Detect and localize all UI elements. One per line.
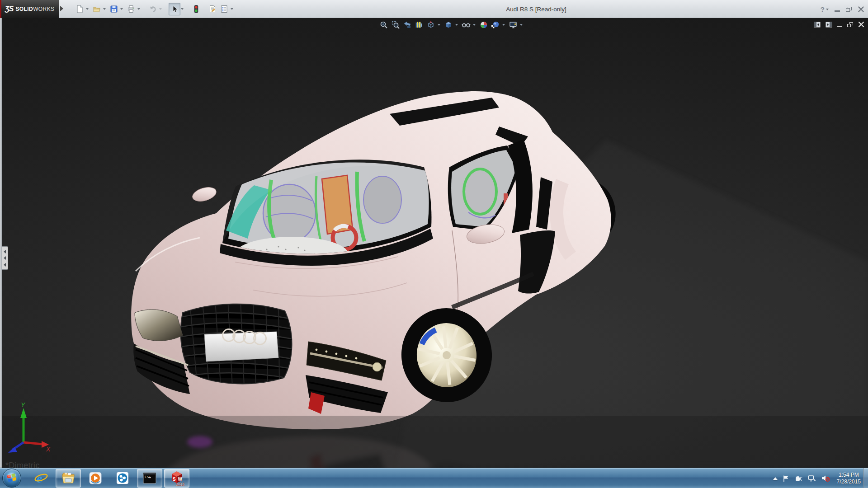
print-icon bbox=[127, 5, 135, 13]
svg-text:S: S bbox=[173, 477, 176, 482]
document-restore-button[interactable] bbox=[847, 22, 853, 27]
menu-flyout-arrow-icon[interactable] bbox=[60, 6, 63, 11]
system-tray: 1:54 PM 7/28/2015 bbox=[773, 468, 861, 488]
view-settings-button[interactable] bbox=[508, 20, 518, 30]
expand-arrow-icon bbox=[4, 250, 6, 253]
y-axis-arrow bbox=[20, 408, 27, 418]
left-mirror bbox=[191, 185, 218, 204]
save-button[interactable] bbox=[108, 3, 120, 15]
new-document-icon bbox=[75, 5, 84, 13]
zoom-to-area-button[interactable] bbox=[391, 20, 401, 30]
window-title: Audi R8 S [Read-only] bbox=[506, 0, 566, 18]
edit-appearance-icon bbox=[480, 21, 488, 29]
section-view-icon bbox=[415, 21, 423, 29]
hide-show-items-button[interactable] bbox=[461, 20, 471, 30]
heads-up-view-toolbar bbox=[379, 20, 524, 30]
solidworks-logo[interactable]: ƷS SOLIDWORKS bbox=[1, 0, 59, 18]
taskbar-internet-explorer[interactable]: e bbox=[28, 469, 54, 488]
feature-pane-expand-tab[interactable] bbox=[2, 246, 8, 270]
undo-dropdown-arrow[interactable] bbox=[159, 8, 162, 10]
graphics-area[interactable]: Y X *Dimetric bbox=[0, 18, 868, 468]
previous-view-icon bbox=[403, 21, 411, 29]
view-orientation-icon bbox=[427, 21, 435, 29]
model-canvas[interactable] bbox=[0, 18, 868, 468]
collapse-display-pane-button[interactable] bbox=[826, 22, 832, 28]
view-settings-icon bbox=[509, 21, 518, 29]
display-style-dropdown[interactable] bbox=[455, 24, 458, 26]
expand-arrow-icon bbox=[4, 263, 6, 267]
view-orientation-button[interactable] bbox=[426, 20, 436, 30]
solidworks-2015-icon: S W 2015 bbox=[169, 469, 184, 487]
taskbar-media-player[interactable] bbox=[83, 469, 108, 488]
taskbar-app-tile[interactable] bbox=[110, 469, 135, 488]
taskbar-solidworks[interactable]: S W 2015 bbox=[164, 469, 189, 488]
save-dropdown-arrow[interactable] bbox=[120, 8, 123, 10]
solidworks-window: ƷS SOLIDWORKS bbox=[0, 0, 868, 488]
start-button[interactable] bbox=[2, 469, 21, 488]
document-close-button[interactable] bbox=[858, 21, 864, 28]
triad-y-label: Y bbox=[21, 401, 26, 408]
solidworks-logo-text: SOLIDWORKS bbox=[15, 6, 54, 12]
restore-button[interactable] bbox=[846, 7, 852, 12]
help-dropdown-arrow bbox=[826, 9, 829, 10]
show-desktop-button[interactable] bbox=[863, 468, 868, 488]
open-dropdown-arrow[interactable] bbox=[103, 8, 106, 10]
view-settings-dropdown[interactable] bbox=[520, 24, 523, 26]
display-style-button[interactable] bbox=[443, 20, 453, 30]
power-plug-icon[interactable] bbox=[795, 475, 803, 482]
open-button[interactable] bbox=[91, 3, 103, 15]
close-button[interactable] bbox=[858, 6, 864, 13]
network-icon[interactable] bbox=[808, 475, 816, 482]
help-icon: ? bbox=[821, 5, 825, 13]
undo-icon bbox=[149, 5, 157, 13]
view-orientation-dropdown[interactable] bbox=[438, 24, 440, 26]
print-dropdown-arrow[interactable] bbox=[137, 8, 140, 10]
taskbar-windows-explorer[interactable] bbox=[56, 469, 81, 488]
section-view-button[interactable] bbox=[414, 20, 424, 30]
options-button[interactable] bbox=[218, 3, 230, 15]
folder-icon bbox=[61, 471, 75, 485]
new-button[interactable] bbox=[74, 3, 85, 15]
taskbar-command-prompt[interactable]: C:\ bbox=[137, 469, 162, 488]
help-button[interactable]: ? bbox=[821, 5, 829, 13]
open-folder-icon bbox=[93, 5, 101, 13]
command-prompt-icon: C:\ bbox=[142, 472, 157, 484]
document-controls bbox=[814, 20, 864, 29]
internet-explorer-icon: e bbox=[34, 471, 48, 485]
apply-scene-icon bbox=[491, 21, 500, 29]
reference-triad: Y X bbox=[5, 401, 54, 455]
rebuild-button[interactable] bbox=[190, 3, 202, 15]
select-button[interactable] bbox=[169, 3, 180, 15]
options-dropdown-arrow[interactable] bbox=[231, 8, 233, 10]
apply-scene-button[interactable] bbox=[491, 20, 500, 30]
minimize-button[interactable] bbox=[835, 10, 840, 12]
triad-x-label: X bbox=[46, 446, 51, 453]
print-button[interactable] bbox=[125, 3, 137, 15]
title-bar: ƷS SOLIDWORKS bbox=[0, 0, 868, 18]
expand-arrow-icon bbox=[4, 256, 6, 260]
media-player-icon bbox=[89, 471, 102, 485]
action-center-flag-icon[interactable] bbox=[783, 475, 790, 482]
rebuild-traffic-light-icon bbox=[192, 5, 200, 13]
apply-scene-dropdown[interactable] bbox=[502, 24, 505, 26]
options-list-icon bbox=[220, 5, 228, 13]
volume-muted-icon[interactable] bbox=[821, 474, 830, 482]
hide-show-items-dropdown[interactable] bbox=[473, 24, 476, 26]
floor-shade bbox=[0, 416, 868, 468]
collapse-feature-pane-button[interactable] bbox=[814, 22, 821, 28]
document-minimize-button[interactable] bbox=[837, 26, 842, 27]
taskbar-clock[interactable]: 1:54 PM 7/28/2015 bbox=[837, 472, 861, 485]
save-floppy-icon bbox=[110, 5, 118, 13]
previous-view-button[interactable] bbox=[402, 20, 412, 30]
zoom-to-fit-button[interactable] bbox=[379, 20, 389, 30]
feature-pane-strip[interactable] bbox=[0, 18, 2, 468]
edit-appearance-button[interactable] bbox=[479, 20, 489, 30]
show-hidden-icons-button[interactable] bbox=[773, 477, 778, 480]
file-properties-icon bbox=[208, 5, 217, 13]
new-dropdown-arrow[interactable] bbox=[86, 8, 89, 10]
clock-date: 7/28/2015 bbox=[837, 479, 861, 485]
file-properties-button[interactable] bbox=[207, 3, 218, 15]
select-dropdown-arrow[interactable] bbox=[181, 8, 184, 10]
headlight-lens bbox=[373, 362, 382, 371]
undo-button[interactable] bbox=[147, 3, 159, 15]
